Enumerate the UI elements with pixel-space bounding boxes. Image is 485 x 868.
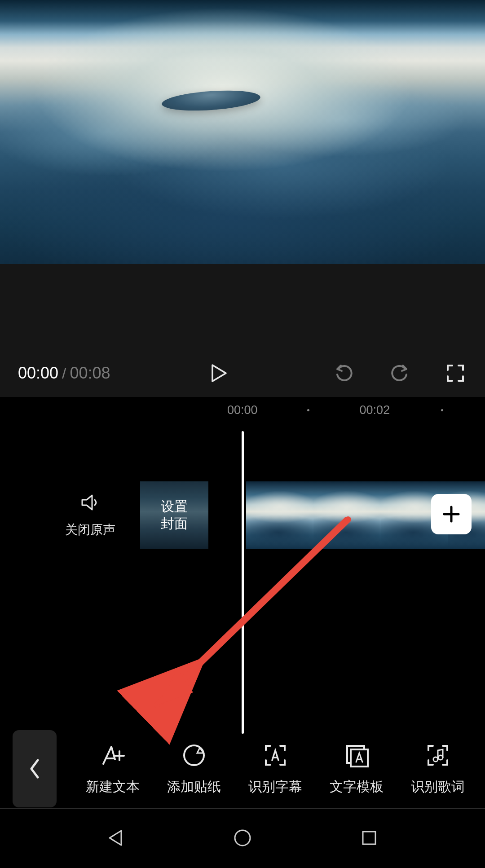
svg-point-6: [235, 830, 250, 846]
nav-recent-button[interactable]: [358, 827, 380, 850]
tool-label: 识别歌词: [411, 778, 465, 796]
text-template-icon: [343, 742, 370, 769]
nav-home-button[interactable]: [232, 827, 253, 850]
square-recent-icon: [358, 827, 380, 849]
play-button[interactable]: [205, 359, 234, 388]
system-nav-bar: [0, 808, 485, 868]
preview-image: [0, 0, 485, 264]
preview-spacer: [0, 264, 485, 349]
timeline-dot: [441, 409, 443, 411]
plus-icon: [441, 504, 461, 524]
mute-audio-button[interactable]: 关闭原声: [52, 492, 128, 538]
clip-frame[interactable]: [246, 481, 313, 549]
mute-label: 关闭原声: [65, 521, 115, 538]
redo-button[interactable]: [385, 359, 414, 388]
timeline-ruler[interactable]: 00:00 00:02: [0, 397, 485, 423]
playback-controls: 00:00 / 00:08: [0, 349, 485, 397]
time-total: 00:08: [70, 364, 110, 383]
cover-text-line1: 设置: [161, 498, 188, 515]
subtitle-scan-icon: [262, 742, 289, 769]
tool-recognize-lyrics[interactable]: 识别歌词: [400, 742, 476, 796]
tool-label: 文字模板: [330, 778, 384, 796]
video-preview[interactable]: [0, 0, 485, 264]
tool-label: 添加贴纸: [167, 778, 221, 796]
speaker-icon: [79, 492, 101, 513]
playhead[interactable]: [242, 431, 244, 734]
lyrics-scan-icon: [424, 742, 451, 769]
timeline-tick: 00:00: [227, 403, 258, 417]
tool-label: 识别字幕: [248, 778, 302, 796]
text-plus-icon: [99, 742, 126, 769]
tool-text-template[interactable]: 文字模板: [319, 742, 394, 796]
circle-home-icon: [232, 827, 253, 849]
timeline[interactable]: 关闭原声 设置 封面: [0, 423, 485, 760]
clip-frame[interactable]: [313, 481, 381, 549]
bottom-toolbar: 新建文本 添加贴纸 识别字幕: [0, 729, 485, 808]
triangle-back-icon: [105, 827, 127, 849]
play-icon: [211, 364, 227, 383]
tool-add-sticker[interactable]: 添加贴纸: [156, 742, 232, 796]
time-current: 00:00: [18, 364, 58, 383]
time-separator: /: [62, 365, 66, 382]
toolbar-back-button[interactable]: [13, 730, 57, 807]
tool-recognize-subtitle[interactable]: 识别字幕: [238, 742, 313, 796]
cover-text-line2: 封面: [161, 515, 188, 532]
fullscreen-button[interactable]: [441, 359, 470, 388]
timeline-tick: 00:02: [360, 403, 390, 417]
sticker-icon: [181, 742, 207, 769]
svg-rect-7: [363, 832, 375, 844]
redo-icon: [390, 364, 409, 383]
nav-back-button[interactable]: [105, 827, 127, 850]
undo-button[interactable]: [330, 359, 358, 388]
svg-point-5: [438, 755, 443, 760]
add-clip-button[interactable]: [431, 494, 472, 534]
undo-icon: [335, 364, 353, 383]
chevron-left-icon: [28, 758, 41, 780]
fullscreen-icon: [446, 364, 465, 383]
timeline-dot: [307, 409, 309, 411]
set-cover-button[interactable]: 设置 封面: [140, 481, 208, 549]
tool-new-text[interactable]: 新建文本: [75, 742, 150, 796]
tool-label: 新建文本: [86, 778, 140, 796]
